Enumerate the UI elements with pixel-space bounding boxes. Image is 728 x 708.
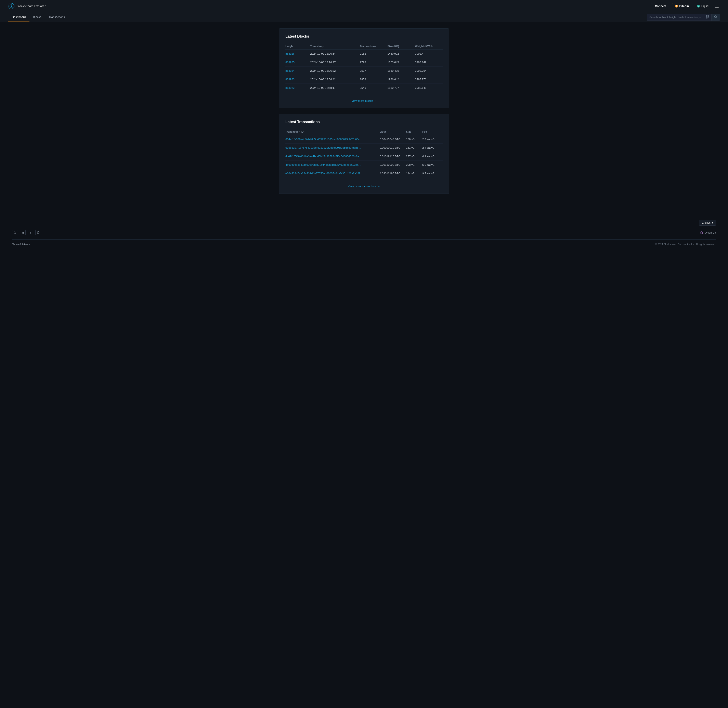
block-height-link[interactable]: 863923	[286, 78, 294, 81]
col-txid: Transaction ID	[286, 129, 380, 135]
col-weight: Weight (KWU)	[415, 43, 442, 49]
tx-id-link[interactable]: 604ef1fa339e4b9eb48c5d4557501385bad00806…	[286, 138, 363, 141]
block-height-link[interactable]: 863926	[286, 52, 294, 55]
tx-value: 0.00415048 BTC	[380, 135, 406, 144]
block-size: 1703.045	[387, 58, 415, 67]
block-height-link[interactable]: 863922	[286, 86, 294, 89]
block-timestamp: 2024-10-03 13:16:27	[310, 58, 360, 67]
col-fee: Fee	[422, 129, 442, 135]
transactions-table: Transaction ID Value Size Fee 604ef1fa33…	[286, 129, 442, 177]
latest-blocks-title: Latest Blocks	[286, 34, 442, 39]
svg-point-16	[701, 232, 702, 234]
view-more-blocks-link[interactable]: View more blocks →	[352, 99, 377, 102]
onion-icon	[700, 231, 703, 235]
hamburger-line	[715, 5, 719, 5]
tx-size: 208 vB	[406, 161, 422, 169]
footer-middle: 𝕏 in f Onion V3	[12, 230, 716, 235]
block-timestamp: 2024-10-03 13:04:42	[310, 75, 360, 84]
latest-transactions-title: Latest Transactions	[286, 120, 442, 124]
menu-button[interactable]	[713, 3, 720, 9]
navbar: Dashboard Blocks Transactions	[0, 12, 728, 22]
linkedin-link[interactable]: in	[20, 230, 26, 235]
tx-value: 4.03012196 BTC	[380, 169, 406, 178]
blocks-table: Height Timestamp Transactions Size (KB) …	[286, 43, 442, 92]
table-row: 695e8197f1e76754323eef8323222f38ef8896f3…	[286, 144, 442, 152]
nav-transactions[interactable]: Transactions	[45, 13, 69, 22]
tx-id-link[interactable]: 695e8197f1e76754323eef8323222f38ef8896f3…	[286, 146, 363, 149]
bitcoin-label: Bitcoin	[679, 4, 689, 8]
copyright: © 2024 Blockstream Corporation Inc. All …	[655, 243, 716, 246]
block-timestamp: 2024-10-03 12:58:17	[310, 84, 360, 92]
bitcoin-button[interactable]: ₿ Bitcoin	[672, 3, 692, 9]
table-row: e66a433d5ca22a931d4a87650ed62007c64afe30…	[286, 169, 442, 178]
liquid-button[interactable]: ◈ Liquid	[694, 3, 711, 9]
tx-size: 277 vB	[406, 152, 422, 161]
tx-id-link[interactable]: 4c62f18548af31ba3aa1bbd3b45498582d7f8c54…	[286, 155, 363, 158]
block-height-link[interactable]: 863924	[286, 69, 294, 72]
view-more-transactions-link[interactable]: View more transactions →	[348, 185, 380, 188]
block-weight: 3993.149	[415, 58, 442, 67]
nav-blocks[interactable]: Blocks	[29, 13, 45, 22]
block-size: 1830.797	[387, 84, 415, 92]
col-height: Height	[286, 43, 310, 49]
table-row: 863924 2024-10-03 13:06:32 3517 1859.485…	[286, 67, 442, 75]
svg-line-14	[716, 17, 717, 18]
nav-dashboard[interactable]: Dashboard	[8, 13, 29, 22]
tx-size: 188 vB	[406, 135, 422, 144]
tx-fee: 5.0 sat/vB	[422, 161, 442, 169]
liquid-label: Liquid	[701, 4, 709, 8]
block-size: 1460.902	[387, 49, 415, 58]
block-weight: 3993.4	[415, 49, 442, 58]
tx-id-link[interactable]: 4b99b9c535c83e92fe436801dff43c36dcb35403…	[286, 163, 363, 166]
col-vsize: Size	[406, 129, 422, 135]
social-icons: 𝕏 in f	[12, 230, 41, 235]
tx-size: 144 vB	[406, 169, 422, 178]
block-weight: 3993.276	[415, 75, 442, 84]
facebook-link[interactable]: f	[28, 230, 33, 235]
language-label: English	[702, 221, 711, 224]
search-input[interactable]	[647, 14, 704, 20]
block-size: 1986.642	[387, 75, 415, 84]
tx-fee: 9.7 sat/vB	[422, 169, 442, 178]
github-link[interactable]	[35, 230, 41, 235]
main-content: Latest Blocks Height Timestamp Transacti…	[275, 22, 453, 206]
search-submit-button[interactable]	[711, 14, 720, 20]
hamburger-line	[715, 6, 719, 6]
block-txns: 3517	[360, 67, 387, 75]
tx-id-link[interactable]: e66a433d5ca22a931d4a87650ed62007c64afe30…	[286, 172, 363, 175]
svg-rect-4	[707, 16, 707, 16]
tx-fee: 4.1 sat/vB	[422, 152, 442, 161]
terms-privacy-link[interactable]: Terms & Privacy	[12, 243, 30, 246]
block-height-link[interactable]: 863925	[286, 61, 294, 64]
tx-value: 0.01019116 BTC	[380, 152, 406, 161]
tx-size: 151 vB	[406, 144, 422, 152]
col-txns: Transactions	[360, 43, 387, 49]
logo-area: Blockstream Explorer	[8, 3, 46, 9]
col-value: Value	[380, 129, 406, 135]
onion-label: Onion V3	[705, 231, 716, 234]
svg-rect-8	[707, 18, 707, 18]
block-size: 1859.485	[387, 67, 415, 75]
liquid-icon: ◈	[697, 5, 700, 7]
chevron-down-icon: ▾	[712, 221, 713, 224]
onion-badge: Onion V3	[700, 231, 716, 235]
svg-rect-10	[709, 17, 709, 18]
block-txns: 2798	[360, 58, 387, 67]
table-row: 863925 2024-10-03 13:16:27 2798 1703.045…	[286, 58, 442, 67]
bitcoin-icon: ₿	[675, 5, 678, 7]
header: Blockstream Explorer Connect ₿ Bitcoin ◈…	[0, 0, 728, 12]
language-selector[interactable]: English ▾	[699, 220, 716, 226]
table-row: 863926 2024-10-03 13:26:54 3152 1460.902…	[286, 49, 442, 58]
hamburger-line	[715, 7, 719, 7]
twitter-link[interactable]: 𝕏	[12, 230, 18, 235]
block-txns: 2546	[360, 84, 387, 92]
latest-blocks-card: Latest Blocks Height Timestamp Transacti…	[279, 28, 449, 108]
table-row: 863922 2024-10-03 12:58:17 2546 1830.797…	[286, 84, 442, 92]
tx-value: 0.00110000 BTC	[380, 161, 406, 169]
block-weight: 3993.754	[415, 67, 442, 75]
language-selector-area: English ▾	[12, 220, 716, 226]
connect-button[interactable]: Connect	[651, 3, 670, 9]
svg-rect-6	[709, 16, 709, 16]
footer-bottom: Terms & Privacy © 2024 Blockstream Corpo…	[12, 239, 716, 246]
qr-scan-button[interactable]	[704, 14, 711, 20]
